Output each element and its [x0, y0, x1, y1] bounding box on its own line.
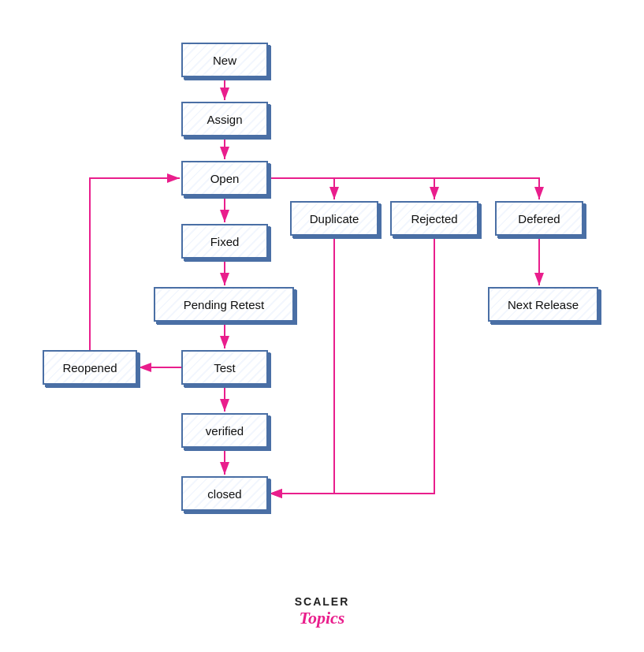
brand-scaler-text: SCALER: [295, 595, 350, 608]
brand: SCALER Topics: [295, 595, 350, 628]
node-pending-retest: Pending Retest: [154, 287, 294, 322]
arrow-open-rejected: [268, 178, 434, 199]
arrow-duplicate-closed: [270, 236, 334, 494]
diagram-container: New Assign Open Fixed Pending Retest Tes…: [0, 0, 644, 652]
node-reopened: Reopened: [43, 350, 137, 385]
node-assign: Assign: [181, 102, 268, 136]
arrows-svg: [0, 0, 644, 652]
arrow-rejected-closed: [270, 236, 434, 494]
arrow-reopened-open: [90, 178, 180, 350]
node-duplicate: Duplicate: [290, 201, 378, 236]
node-rejected: Rejected: [390, 201, 478, 236]
node-verified: verified: [181, 413, 268, 448]
node-defered: Defered: [495, 201, 583, 236]
arrow-open-defered: [268, 178, 539, 199]
node-test: Test: [181, 350, 268, 385]
brand-topics-text: Topics: [295, 608, 350, 628]
node-new: New: [181, 43, 268, 77]
node-open: Open: [181, 161, 268, 196]
node-next-release: Next Release: [488, 287, 598, 322]
node-closed: closed: [181, 476, 268, 511]
node-fixed: Fixed: [181, 224, 268, 259]
arrow-open-duplicate: [268, 178, 334, 199]
